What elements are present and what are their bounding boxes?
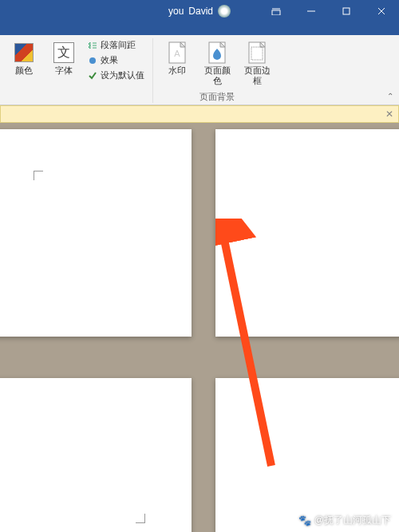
title-user-name: David <box>188 6 213 17</box>
page-color-button[interactable]: 页面颜 色 <box>200 38 235 88</box>
fonts-button[interactable]: 文 字体 <box>46 38 81 77</box>
checkmark-icon <box>88 71 97 81</box>
margin-mark-icon <box>24 161 43 180</box>
collapse-ribbon-button[interactable]: ⌃ <box>387 92 393 100</box>
minimize-button[interactable] <box>294 0 329 22</box>
ribbon-tab-strip <box>0 22 399 35</box>
attribution-text: @抚了山河孤山下 <box>314 514 391 527</box>
effects-icon <box>88 56 97 65</box>
paw-icon: 🐾 <box>298 514 311 526</box>
window-controls <box>259 0 399 22</box>
close-button[interactable] <box>364 0 399 22</box>
watermark-label: 水印 <box>168 65 186 76</box>
message-bar-close-button[interactable]: ✕ <box>385 108 393 120</box>
document-page[interactable] <box>215 129 399 337</box>
spacing-label: 段落间距 <box>101 39 136 51</box>
user-avatar[interactable] <box>218 5 231 18</box>
ribbon-display-options-button[interactable] <box>259 0 294 22</box>
page-border-icon <box>244 40 270 65</box>
ribbon-group-formatting: 颜色 文 字体 段落间距 效果 <box>0 38 153 103</box>
document-page[interactable] <box>0 378 192 532</box>
svg-rect-0 <box>272 10 280 15</box>
fonts-label: 字体 <box>55 65 73 76</box>
colors-button[interactable]: 颜色 <box>6 38 41 77</box>
maximize-button[interactable] <box>329 0 364 22</box>
svg-rect-3 <box>343 8 350 14</box>
page-border-button[interactable]: 页面边框 <box>239 38 275 88</box>
image-attribution: 🐾 @抚了山河孤山下 <box>298 514 391 527</box>
fonts-icon: 文 <box>53 42 74 63</box>
set-default-button[interactable]: 设为默认值 <box>86 69 146 82</box>
margin-mark-icon <box>136 514 155 532</box>
document-page[interactable] <box>215 378 399 532</box>
svg-text:A: A <box>174 49 180 58</box>
title-user-prefix: you <box>168 6 184 17</box>
ribbon-group-page-background: A 水印 页面颜 色 页面边框 页面背景 <box>153 38 281 103</box>
document-page[interactable] <box>0 129 192 337</box>
effects-button[interactable]: 效果 <box>86 53 146 67</box>
page-border-label: 页面边框 <box>241 65 273 86</box>
colors-label: 颜色 <box>15 65 33 76</box>
document-canvas[interactable] <box>0 123 399 532</box>
svg-point-9 <box>89 57 96 64</box>
message-bar: ⌃ ✕ <box>0 105 399 123</box>
page-color-icon <box>204 40 230 65</box>
window-titlebar: you David <box>0 0 399 22</box>
paragraph-spacing-button[interactable]: 段落间距 <box>86 38 146 52</box>
set-default-label: 设为默认值 <box>101 69 144 81</box>
page-color-label: 页面颜 色 <box>204 65 231 86</box>
watermark-button[interactable]: A 水印 <box>160 38 195 77</box>
spacing-icon <box>88 41 97 50</box>
group-title-page-background: 页面背景 <box>200 91 235 103</box>
watermark-icon: A <box>164 40 190 65</box>
colors-icon <box>14 43 34 62</box>
ribbon-panel: 颜色 文 字体 段落间距 效果 <box>0 35 399 105</box>
effects-label: 效果 <box>101 54 118 66</box>
